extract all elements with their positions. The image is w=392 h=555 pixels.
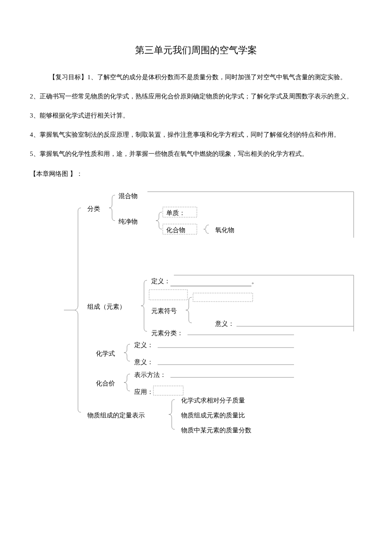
diagram-label: 【本章网络图 】： (30, 169, 362, 179)
node-huahejia: 化合价 (96, 378, 115, 388)
node-dingliang: 物质组成的定量表示 (87, 410, 145, 420)
dingyi-period: 。 (251, 278, 258, 285)
node-chunjingwu: 纯净物 (118, 216, 138, 227)
objective-2: 2、正确书写一些常见物质的化学式，熟练应用化合价原则确定物质的化学式；了解化学式… (30, 89, 362, 104)
yiyi-text: 意义： (215, 320, 234, 327)
node-q1: 化学式求相对分子质量 (181, 395, 245, 405)
dingyi-text: 定义： (151, 278, 170, 285)
dingyi-blank (170, 280, 251, 286)
node-yuansu-fuhao: 元素符号 (151, 306, 177, 316)
objective-1: 1、了解空气的成分是体积分数而不是质量分数，同时加强了对空气中氧气含量的测定实验… (87, 74, 346, 81)
page-title: 第三单元我们周围的空气学案 (30, 43, 362, 58)
node-yiyi: 意义： (215, 319, 234, 329)
node-yiyi2: 意义： (134, 357, 153, 367)
objective-4: 4、掌握氧气实验室制法的反应原理，制取装置，操作注意事项和化学方程式，同时了解催… (30, 128, 362, 142)
objectives-intro: 【复习目标】1、了解空气的成分是体积分数而不是质量分数，同时加强了对空气中氧气含… (30, 70, 362, 84)
node-q2: 物质组成元素的质量比 (181, 410, 245, 420)
node-yuansu-fenlei: 元素分类： (151, 328, 183, 338)
node-danzhi: 单质： (166, 208, 185, 218)
node-biaoshi: 表示方法： (134, 370, 166, 380)
svg-rect-14 (153, 386, 183, 395)
svg-rect-5 (149, 290, 187, 300)
node-huahewu: 化合物 (166, 225, 185, 235)
node-zucheng: 组成（元素） (87, 302, 126, 312)
svg-rect-6 (193, 293, 253, 302)
node-hunhewu: 混合物 (118, 191, 138, 201)
node-dingyi2: 定义： (134, 340, 153, 350)
node-fenlei: 分类 (87, 204, 100, 214)
objectives-label: 【复习目标】 (49, 74, 87, 81)
node-dingyi: 定义：。 (151, 276, 258, 286)
node-yingyong: 应用： (134, 387, 153, 397)
objective-5: 5、掌握氧气的化学性质和用，途，并掌握一些物质在氧气中燃烧的现象，写出相关的化学… (30, 147, 362, 161)
objective-3: 3、能够根据化学式进行相关计算。 (30, 109, 362, 123)
bracket-lines (47, 182, 379, 446)
network-diagram: 分类 混合物 纯净物 单质： 化合物 氧化物 组成（元素） 定义：。 元素符号 … (47, 182, 379, 446)
node-q3: 物质中某元素的质量分数 (181, 425, 251, 435)
node-huaxueshi: 化学式 (96, 348, 115, 359)
node-yanghuawu: 氧化物 (215, 225, 234, 235)
